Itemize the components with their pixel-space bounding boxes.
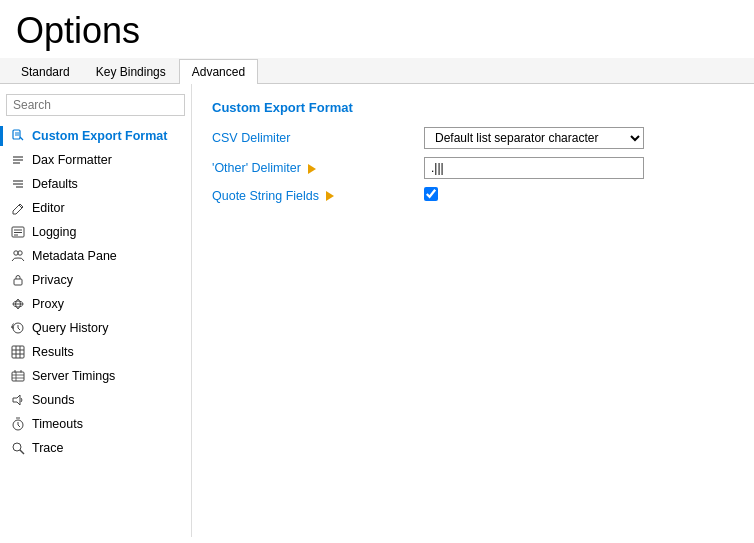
sidebar-label-dax-formatter: Dax Formatter: [32, 153, 112, 167]
sidebar-label-editor: Editor: [32, 201, 65, 215]
sidebar-item-editor[interactable]: Editor: [0, 196, 191, 220]
sidebar-label-server-timings: Server Timings: [32, 369, 115, 383]
csv-delimiter-label: CSV Delimiter: [212, 131, 412, 145]
svg-marker-31: [13, 395, 20, 405]
defaults-icon: [10, 176, 26, 192]
svg-rect-16: [14, 279, 22, 285]
sidebar-item-results[interactable]: Results: [0, 340, 191, 364]
sidebar-item-dax-formatter[interactable]: Dax Formatter: [0, 148, 191, 172]
sidebar-label-query-history: Query History: [32, 321, 108, 335]
sidebar-item-defaults[interactable]: Defaults: [0, 172, 191, 196]
sidebar-item-trace[interactable]: Trace: [0, 436, 191, 460]
sidebar-label-trace: Trace: [32, 441, 64, 455]
other-delimiter-input[interactable]: [424, 157, 644, 179]
cursor-indicator-2: [326, 191, 334, 201]
sidebar-item-proxy[interactable]: Proxy: [0, 292, 191, 316]
tab-keybindings[interactable]: Key Bindings: [83, 59, 179, 84]
sidebar-item-custom-export-format[interactable]: Custom Export Format: [0, 124, 191, 148]
search-input[interactable]: [6, 94, 185, 116]
quote-string-fields-checkbox[interactable]: [424, 187, 438, 201]
csv-delimiter-select[interactable]: Default list separator character Comma S…: [424, 127, 644, 149]
sidebar-item-sounds[interactable]: Sounds: [0, 388, 191, 412]
page-title: Options: [0, 0, 754, 58]
settings-row-csv-delimiter: CSV Delimiter Default list separator cha…: [212, 127, 734, 149]
sidebar: Custom Export Format Dax Formatter D: [0, 84, 192, 537]
sidebar-label-sounds: Sounds: [32, 393, 74, 407]
formatter-icon: [10, 152, 26, 168]
other-delimiter-label: 'Other' Delimiter: [212, 161, 412, 175]
tabs-bar: Standard Key Bindings Advanced: [0, 58, 754, 84]
sidebar-label-privacy: Privacy: [32, 273, 73, 287]
sidebar-label-results: Results: [32, 345, 74, 359]
sidebar-label-timeouts: Timeouts: [32, 417, 83, 431]
main-panel: Custom Export Format CSV Delimiter Defau…: [192, 84, 754, 537]
sidebar-label-logging: Logging: [32, 225, 77, 239]
timings-icon: [10, 368, 26, 384]
timeouts-icon: [10, 416, 26, 432]
settings-row-other-delimiter: 'Other' Delimiter: [212, 157, 734, 179]
proxy-icon: [10, 296, 26, 312]
sounds-icon: [10, 392, 26, 408]
svg-rect-20: [12, 346, 24, 358]
sidebar-label-custom-export-format: Custom Export Format: [32, 129, 167, 143]
trace-icon: [10, 440, 26, 456]
privacy-icon: [10, 272, 26, 288]
history-icon: [10, 320, 26, 336]
export-icon: [10, 128, 26, 144]
results-icon: [10, 344, 26, 360]
editor-icon: [10, 200, 26, 216]
metadata-icon: [10, 248, 26, 264]
sidebar-item-timeouts[interactable]: Timeouts: [0, 412, 191, 436]
svg-line-37: [20, 450, 24, 454]
sidebar-label-proxy: Proxy: [32, 297, 64, 311]
sidebar-item-metadata-pane[interactable]: Metadata Pane: [0, 244, 191, 268]
tab-standard[interactable]: Standard: [8, 59, 83, 84]
sidebar-item-privacy[interactable]: Privacy: [0, 268, 191, 292]
sidebar-label-defaults: Defaults: [32, 177, 78, 191]
section-title: Custom Export Format: [212, 100, 734, 115]
sidebar-item-server-timings[interactable]: Server Timings: [0, 364, 191, 388]
settings-row-quote-string-fields: Quote String Fields: [212, 187, 734, 204]
cursor-indicator: [308, 164, 316, 174]
svg-rect-25: [12, 372, 24, 381]
tab-advanced[interactable]: Advanced: [179, 59, 258, 84]
svg-point-36: [13, 443, 21, 451]
sidebar-label-metadata-pane: Metadata Pane: [32, 249, 117, 263]
sidebar-item-logging[interactable]: Logging: [0, 220, 191, 244]
sidebar-item-query-history[interactable]: Query History: [0, 316, 191, 340]
quote-string-fields-label: Quote String Fields: [212, 189, 412, 203]
logging-icon: [10, 224, 26, 240]
svg-line-34: [18, 425, 20, 427]
